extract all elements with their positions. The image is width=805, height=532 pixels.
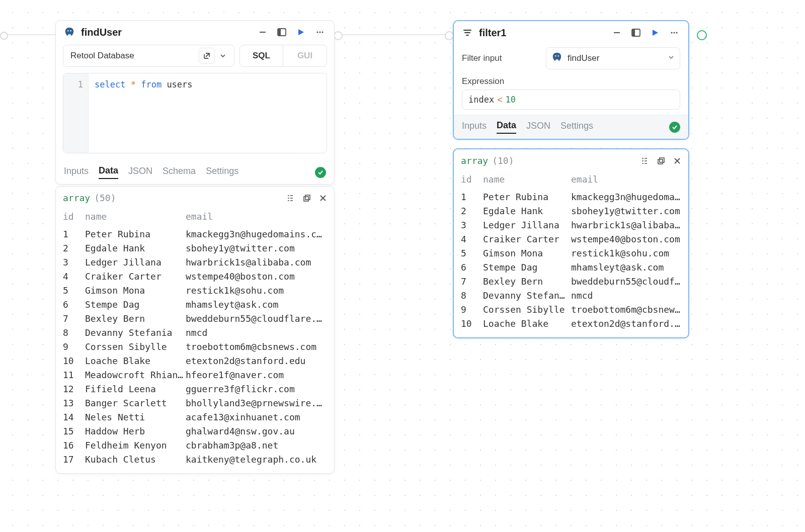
node-filter1[interactable]: filter1 Filter input findUser Expression… (453, 20, 689, 140)
svg-rect-22 (660, 158, 664, 162)
tab-schema[interactable]: Schema (163, 166, 196, 179)
table-row[interactable]: 8Devanny Stefan…nmcd (461, 288, 681, 302)
line-number: 1 (63, 73, 89, 153)
table-row[interactable]: 6Stempe Dagmhamsleyt@ask.com (461, 260, 681, 274)
cell-id: 6 (461, 262, 483, 273)
table-row[interactable]: 10Loache Blakeetexton2d@stanford.edu (63, 353, 327, 368)
table-row[interactable]: 5Gimson Monarestick1k@sohu.com (461, 246, 681, 260)
run-button[interactable] (294, 26, 308, 39)
tab-settings[interactable]: Settings (206, 166, 238, 179)
result-tabs: Inputs Data JSON Settings (454, 115, 688, 139)
cell-name: Haddow Herb (85, 426, 186, 436)
cell-name: Stempe Dag (85, 299, 186, 310)
table-row[interactable]: 3Ledger Jillanahwarbrick1s@alibaba.c (461, 218, 681, 232)
mode-sql[interactable]: SQL (240, 45, 283, 66)
cell-email: nmcd (186, 327, 327, 338)
table-row[interactable]: 2Egdale Hanksbohey1y@twitter.com (63, 241, 327, 255)
tree-view-icon[interactable] (640, 156, 649, 165)
open-external-icon[interactable] (199, 48, 215, 64)
table-row[interactable]: 1Peter Rubinakmackegg3n@hugedomain (461, 190, 681, 204)
result-type: array (461, 155, 488, 166)
tab-inputs[interactable]: Inputs (462, 121, 487, 133)
cell-name: Stempe Dag (483, 262, 571, 273)
filter1-results[interactable]: array (10) id name email 1Peter Rubinakm… (453, 148, 689, 338)
tab-json[interactable]: JSON (128, 166, 152, 179)
table-row[interactable]: 6Stempe Dagmhamsleyt@ask.com (63, 297, 327, 311)
close-icon[interactable] (319, 194, 327, 203)
table-row[interactable]: 8Devanny Stefanianmcd (63, 325, 327, 339)
cell-name: Egdale Hank (85, 243, 186, 253)
table-row[interactable]: 7Bexley Bernbweddeburn55@cloudflare.… (63, 311, 327, 325)
cell-name: Neles Netti (85, 412, 186, 422)
cell-id: 5 (63, 285, 85, 296)
tab-json[interactable]: JSON (526, 121, 550, 133)
tree-view-icon[interactable] (286, 194, 295, 203)
table-row[interactable]: 9Corssen Sibylletroebottom6m@cbsnews. (461, 302, 681, 316)
cell-id: 2 (63, 243, 85, 253)
resource-select[interactable]: Retool Database (63, 45, 234, 67)
more-button[interactable] (667, 26, 681, 39)
cell-name: Craiker Carter (483, 234, 571, 244)
chevron-down-icon[interactable] (215, 48, 231, 64)
cell-id: 9 (63, 341, 85, 352)
panel-toggle-button[interactable] (275, 26, 289, 39)
run-button[interactable] (648, 26, 662, 39)
more-button[interactable] (313, 26, 327, 39)
cell-email: hwarbrick1s@alibaba.c (571, 220, 681, 230)
svg-rect-4 (278, 29, 281, 35)
popout-icon[interactable] (657, 156, 665, 165)
table-row[interactable]: 7Bexley Bernbweddeburn55@cloudfla (461, 274, 681, 288)
filter-input-select[interactable]: findUser (546, 47, 680, 69)
tab-settings[interactable]: Settings (560, 121, 593, 133)
table-row[interactable]: 15Haddow Herbghalward4@nsw.gov.au (63, 424, 327, 438)
expression-input[interactable]: index < 10 (462, 90, 680, 110)
result-count: (50) (94, 193, 116, 203)
sql-editor[interactable]: 1 select * from users (63, 73, 327, 153)
table-row[interactable]: 2Egdale Hanksbohey1y@twitter.com (461, 204, 681, 218)
findUser-results[interactable]: array (50) id name email 1Peter Rubinakm… (55, 186, 335, 474)
cell-id: 8 (461, 290, 483, 301)
cell-email: restick1k@sohu.com (571, 248, 681, 258)
mode-gui[interactable]: GUI (283, 45, 327, 66)
filter-input-value: findUser (568, 53, 599, 63)
cell-name: Ledger Jillana (85, 257, 186, 268)
cell-id: 3 (63, 257, 85, 268)
table-row[interactable]: 14Neles Nettiacafe13@xinhuanet.com (63, 410, 327, 424)
node-findUser[interactable]: findUser Retool Database SQL GUI 1 selec… (55, 20, 335, 185)
table-row[interactable]: 9Corssen Sibylletroebottom6m@cbsnews.com (63, 339, 327, 353)
close-icon[interactable] (673, 156, 681, 165)
svg-point-19 (555, 55, 556, 56)
tab-inputs[interactable]: Inputs (64, 166, 89, 179)
connector-out-node[interactable] (697, 30, 707, 40)
cell-name: Meadowcroft Rhian… (85, 370, 186, 380)
minimize-button[interactable] (256, 26, 270, 39)
table-row[interactable]: 11Meadowcroft Rhian…hfeore1f@naver.com (63, 368, 327, 382)
table-row[interactable]: 16Feldheim Kenyoncbrabham3p@a8.net (63, 438, 327, 452)
panel-toggle-button[interactable] (629, 26, 643, 39)
table-row[interactable]: 1Peter Rubinakmackegg3n@hugedomains.c… (63, 227, 327, 241)
table-row[interactable]: 4Craiker Carterwstempe40@boston.com (461, 232, 681, 246)
cell-email: kaitkeny@telegraph.co.uk (186, 454, 327, 465)
table-row[interactable]: 4Craiker Carterwstempe40@boston.com (63, 269, 327, 283)
cell-name: Egdale Hank (483, 206, 571, 216)
cell-email: etexton2d@stanford.edu (186, 356, 327, 366)
svg-point-0 (67, 30, 68, 31)
cell-id: 3 (461, 220, 483, 230)
table-row[interactable]: 10Loache Blakeetexton2d@stanford.ed (461, 316, 681, 330)
table-row[interactable]: 12Fifield Leenagguerre3f@flickr.com (63, 382, 327, 396)
table-row[interactable]: 3Ledger Jillanahwarbrick1s@alibaba.com (63, 255, 327, 269)
minimize-button[interactable] (610, 26, 624, 39)
cell-id: 8 (63, 327, 85, 338)
table-row[interactable]: 17Kubach Cletuskaitkeny@telegraph.co.uk (63, 452, 327, 466)
table-row[interactable]: 13Banger Scarlettbhollyland3e@prnewswire… (63, 396, 327, 410)
popout-icon[interactable] (303, 194, 311, 203)
tab-data[interactable]: Data (497, 120, 516, 134)
cell-name: Banger Scarlett (85, 398, 186, 408)
tab-data[interactable]: Data (99, 165, 118, 179)
mode-toggle[interactable]: SQL GUI (239, 45, 327, 67)
postgres-icon (63, 26, 76, 39)
cell-email: bweddeburn55@cloudflare.… (186, 313, 327, 324)
table-row[interactable]: 5Gimson Monarestick1k@sohu.com (63, 283, 327, 297)
sql-code[interactable]: select * from users (89, 73, 199, 153)
cell-email: mhamsleyt@ask.com (571, 262, 681, 273)
